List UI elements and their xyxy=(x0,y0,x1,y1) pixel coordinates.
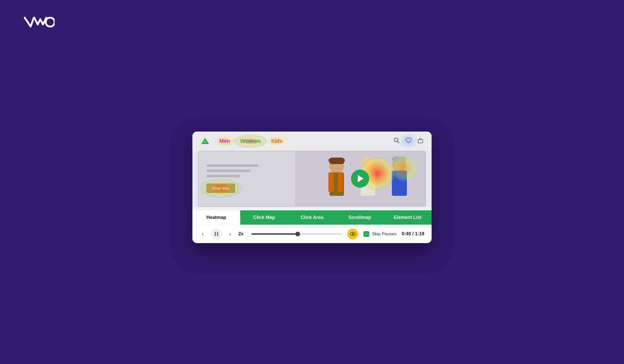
hero-left: Shop Now xyxy=(199,151,295,206)
progress-fill xyxy=(251,233,298,235)
prev-button[interactable]: ‹ xyxy=(200,230,206,238)
svg-rect-13 xyxy=(329,158,344,164)
play-icon xyxy=(358,175,363,182)
heart-icon[interactable] xyxy=(405,137,412,145)
progress-track[interactable] xyxy=(251,233,342,235)
nav-item-kids[interactable]: Kids xyxy=(269,137,284,145)
svg-point-22 xyxy=(353,233,353,234)
speed-label[interactable]: 2x xyxy=(238,231,246,237)
skip-pauses-area: ✓ Skip Pauses xyxy=(363,231,396,237)
svg-rect-17 xyxy=(392,171,407,196)
progress-thumb[interactable] xyxy=(295,232,300,236)
webpage-area: Men Women Kids xyxy=(192,132,432,207)
pause-icon-bar1 xyxy=(215,232,216,236)
svg-rect-10 xyxy=(328,172,334,192)
play-button[interactable] xyxy=(351,170,369,188)
hero-text-line-2 xyxy=(206,170,251,172)
controls-bar: ‹ › 2x ✓ Skip Pauses 0:40 / 1:18 xyxy=(192,225,432,243)
nav-bar: Men Women Kids xyxy=(192,132,432,151)
skip-pauses-label: Skip Pauses xyxy=(372,231,396,237)
tab-elementlist[interactable]: Element List xyxy=(384,210,432,225)
eye-button[interactable] xyxy=(347,229,358,239)
nav-item-men[interactable]: Men xyxy=(217,137,232,145)
svg-rect-11 xyxy=(338,172,343,192)
vwo-logo xyxy=(23,16,55,32)
next-button[interactable]: › xyxy=(227,230,233,238)
nav-items: Men Women Kids xyxy=(217,137,284,146)
svg-point-3 xyxy=(204,138,206,139)
svg-rect-6 xyxy=(418,140,423,143)
tab-clickarea[interactable]: Click Area xyxy=(288,210,336,225)
hero-right xyxy=(295,151,425,206)
main-card: Men Women Kids xyxy=(192,132,432,243)
nav-right xyxy=(393,137,424,145)
time-label: 0:40 / 1:18 xyxy=(402,231,424,237)
svg-rect-19 xyxy=(392,157,406,162)
pause-icon-bar2 xyxy=(217,232,218,236)
nav-left: Men Women Kids xyxy=(200,136,284,146)
hero-text-line-3 xyxy=(206,175,240,177)
skip-pauses-checkbox[interactable]: ✓ xyxy=(363,231,369,237)
tab-heatmap[interactable]: Heatmap xyxy=(192,210,240,225)
shop-now-button[interactable]: Shop Now xyxy=(206,184,235,193)
tab-clickmap[interactable]: Click Map xyxy=(240,210,288,225)
site-logo-icon xyxy=(200,136,210,146)
hero-text-line-1 xyxy=(206,164,258,167)
hero-banner: Shop Now xyxy=(198,151,426,207)
tab-bar: Heatmap Click Map Click Area Scrollmap E… xyxy=(192,210,432,225)
tab-scrollmap[interactable]: Scrollmap xyxy=(336,210,384,225)
bag-icon[interactable] xyxy=(417,137,424,145)
pause-button[interactable] xyxy=(211,229,222,239)
nav-item-women[interactable]: Women xyxy=(238,137,263,146)
